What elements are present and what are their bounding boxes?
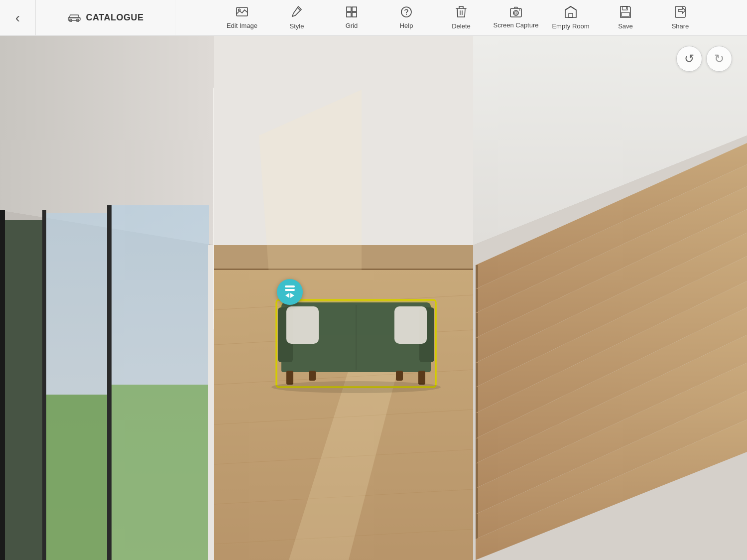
svg-rect-96 — [396, 371, 403, 381]
svg-rect-28 — [0, 210, 5, 560]
empty-room-label: Empty Room — [552, 22, 589, 30]
edit-image-button[interactable]: Edit Image — [215, 0, 269, 36]
svg-point-15 — [513, 10, 518, 15]
svg-rect-8 — [347, 12, 351, 17]
redo-button[interactable]: ↻ — [706, 46, 732, 72]
svg-point-10 — [401, 7, 411, 17]
grid-icon — [346, 6, 358, 20]
svg-rect-35 — [107, 205, 112, 560]
style-label: Style — [290, 22, 304, 30]
svg-point-16 — [515, 12, 517, 14]
back-button[interactable]: ‹ — [0, 0, 36, 36]
help-icon — [400, 6, 412, 20]
svg-marker-62 — [476, 363, 478, 387]
catalogue-label: CATALOGUE — [86, 12, 144, 23]
empty-room-icon — [564, 5, 577, 20]
delete-icon — [456, 5, 467, 20]
save-label: Save — [618, 22, 633, 30]
svg-rect-92 — [394, 306, 427, 344]
svg-point-4 — [239, 9, 241, 11]
svg-rect-6 — [347, 7, 351, 11]
help-label: Help — [400, 22, 413, 29]
share-icon — [674, 5, 686, 20]
edit-image-icon — [236, 6, 249, 20]
grid-label: Grid — [346, 22, 358, 29]
svg-point-11 — [406, 14, 407, 15]
svg-rect-94 — [418, 371, 425, 385]
room-illustration — [0, 36, 747, 560]
undo-redo-controls: ↺ ↻ — [676, 46, 732, 72]
delete-label: Delete — [452, 22, 471, 30]
screen-capture-button[interactable]: Screen Capture — [489, 0, 543, 36]
svg-rect-33 — [110, 385, 209, 560]
screen-capture-label: Screen Capture — [493, 21, 538, 29]
redo-icon: ↻ — [714, 52, 724, 66]
svg-marker-56 — [476, 289, 478, 313]
catalogue-car-icon — [67, 11, 81, 25]
catalogue-button[interactable]: CATALOGUE — [36, 0, 175, 36]
svg-rect-18 — [569, 13, 573, 17]
grid-button[interactable]: Grid — [324, 0, 379, 36]
share-button[interactable]: Share — [653, 0, 708, 36]
svg-marker-72 — [476, 488, 478, 514]
style-icon — [291, 5, 302, 20]
undo-icon: ↺ — [684, 52, 694, 66]
toolbar-actions: Edit Image Style Grid — [175, 0, 747, 36]
toolbar: ‹ CATALOGUE Edit Image — [0, 0, 747, 36]
svg-point-17 — [519, 9, 520, 10]
svg-marker-70 — [476, 463, 478, 488]
svg-rect-91 — [286, 306, 319, 344]
svg-rect-93 — [286, 371, 293, 385]
svg-rect-3 — [237, 7, 248, 16]
svg-rect-34 — [42, 210, 46, 560]
style-button[interactable]: Style — [269, 0, 324, 36]
svg-marker-74 — [476, 514, 478, 539]
svg-rect-9 — [352, 12, 357, 17]
help-button[interactable]: Help — [379, 0, 434, 36]
canvas-area[interactable]: ↺ ↻ — [0, 36, 747, 560]
svg-rect-29 — [5, 220, 45, 560]
svg-marker-64 — [476, 387, 478, 413]
svg-rect-95 — [309, 371, 316, 381]
sofa-layer-button[interactable] — [277, 279, 303, 305]
svg-marker-60 — [476, 338, 478, 363]
svg-rect-31 — [45, 395, 110, 560]
delete-button[interactable]: Delete — [434, 0, 489, 36]
screen-capture-icon — [509, 6, 522, 19]
empty-room-button[interactable]: Empty Room — [543, 0, 598, 36]
room-scene[interactable]: ↺ ↻ — [0, 36, 747, 560]
share-label: Share — [672, 22, 689, 30]
svg-rect-20 — [622, 12, 629, 16]
undo-button[interactable]: ↺ — [676, 46, 702, 72]
svg-marker-66 — [476, 413, 478, 438]
back-icon: ‹ — [15, 10, 20, 26]
save-icon — [620, 5, 631, 20]
svg-marker-68 — [476, 438, 478, 463]
edit-image-label: Edit Image — [227, 22, 257, 29]
svg-point-98 — [271, 381, 441, 393]
svg-rect-7 — [352, 7, 357, 11]
save-button[interactable]: Save — [598, 0, 653, 36]
svg-marker-54 — [476, 265, 478, 289]
svg-marker-58 — [476, 313, 478, 338]
